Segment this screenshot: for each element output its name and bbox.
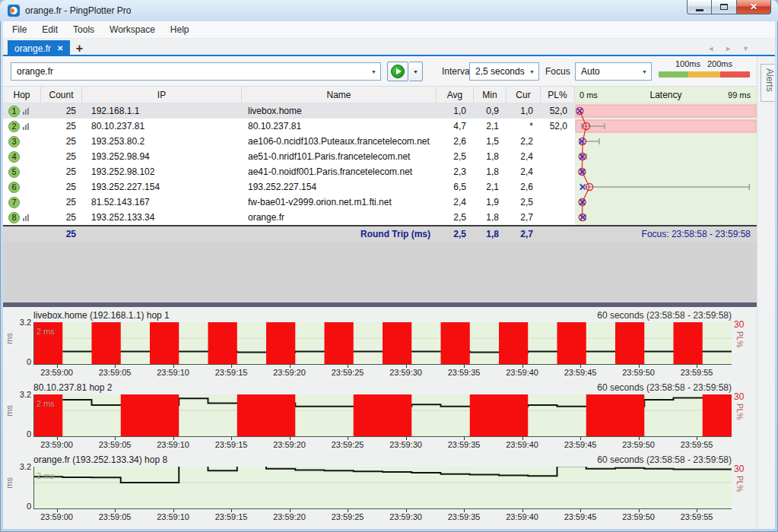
avg-cell: 2,5 xyxy=(437,149,474,164)
interval-label: Interval xyxy=(442,66,472,77)
count-cell: 25 xyxy=(41,134,82,149)
hop-number-badge: 1 xyxy=(8,106,20,117)
toolbar: ▼ ▼ Interval 2,5 seconds ▼ Focus Auto ▼ xyxy=(3,56,757,87)
ip-cell: 193.252.98.94 xyxy=(82,149,242,164)
ip-cell: 193.252.98.102 xyxy=(82,164,242,179)
start-trace-button[interactable] xyxy=(387,62,408,81)
y-axis-min: 0 xyxy=(11,357,31,366)
x-tick-label: 23:59:40 xyxy=(500,512,545,521)
tab-list-icon[interactable]: ▼ xyxy=(742,45,749,52)
tab-scroll-right-icon[interactable]: ► xyxy=(725,45,732,52)
avg-cell: 4,7 xyxy=(437,119,474,134)
cur-cell: 2,4 xyxy=(506,164,541,179)
cur-cell: 2,7 xyxy=(506,210,541,225)
avg-cell: 2,6 xyxy=(437,134,474,149)
table-body: 125192.168.1.1livebox.home1,00,91,052,02… xyxy=(3,103,757,226)
minimize-button[interactable] xyxy=(687,0,712,14)
cur-cell: 2,5 xyxy=(506,195,541,210)
packet-loss-cell xyxy=(541,149,575,164)
cur-cell: 2,4 xyxy=(506,149,541,164)
alerts-panel-tab[interactable]: Alerts xyxy=(761,64,775,102)
x-tick-label: 23:59:35 xyxy=(442,368,486,377)
graph-plot[interactable] xyxy=(33,467,732,509)
summary-count: 25 xyxy=(41,229,82,239)
count-cell: 25 xyxy=(41,119,82,134)
avg-cell: 6,5 xyxy=(437,179,474,195)
menu-help[interactable]: Help xyxy=(163,21,197,39)
name-cell: livebox.home xyxy=(242,103,437,119)
name-cell: ae106-0.ncidf103.Puteaux.francetelecom.n… xyxy=(242,134,437,149)
target-input[interactable] xyxy=(11,63,367,80)
pl-axis-max: 30 xyxy=(734,391,744,402)
x-tick-label: 23:59:25 xyxy=(325,440,370,449)
maximize-button[interactable] xyxy=(712,0,737,14)
packet-loss-cell xyxy=(541,195,575,210)
tab-scroll-left-icon[interactable]: ◄ xyxy=(707,45,714,52)
timeline-graph-hop-2: 80.10.237.81 hop 260 seconds (23:58:58 -… xyxy=(3,382,757,452)
timeline-graphs: livebox.home (192.168.1.1) hop 160 secon… xyxy=(3,307,757,529)
hop-number-badge: 5 xyxy=(8,166,20,178)
timeline-graph-hop-1: livebox.home (192.168.1.1) hop 160 secon… xyxy=(3,310,757,380)
y-axis-max: 3.2 xyxy=(11,390,31,399)
name-cell: orange.fr xyxy=(242,210,437,225)
x-tick-label: 23:59:50 xyxy=(617,440,661,449)
graph-title: livebox.home (192.168.1.1) hop 1 xyxy=(33,310,170,321)
avg-cell: 2,3 xyxy=(437,164,474,179)
x-tick-label: 23:59:05 xyxy=(93,440,137,449)
graph-plot[interactable] xyxy=(33,322,732,365)
maximize-icon xyxy=(720,4,728,10)
title-bar[interactable]: orange.fr - PingPlotter Pro ✕ xyxy=(0,0,778,21)
hop-number-badge: 3 xyxy=(8,136,20,147)
y-axis-max: 3.2 xyxy=(11,462,31,471)
x-tick-label: 23:59:25 xyxy=(325,512,370,521)
interval-select[interactable]: 2,5 seconds ▼ xyxy=(469,62,539,81)
pl-axis-max: 30 xyxy=(734,319,744,330)
focus-value: Auto xyxy=(576,63,638,80)
x-tick-label: 23:59:50 xyxy=(617,368,661,377)
hop-cell: 7 xyxy=(3,195,41,210)
tab-orange-fr[interactable]: orange.fr ✕ xyxy=(8,40,70,56)
graph-range-label: 60 seconds (23:58:58 - 23:59:58) xyxy=(597,310,732,321)
legend-segment-0 xyxy=(659,71,688,78)
name-cell: 193.252.227.154 xyxy=(242,179,437,195)
graph-range-label: 60 seconds (23:58:58 - 23:59:58) xyxy=(597,382,732,393)
gridline-label: 2 ms xyxy=(37,327,55,336)
latency-axis-min: 0 ms xyxy=(580,90,598,100)
x-tick-label: 23:59:55 xyxy=(675,512,719,521)
menu-tools[interactable]: Tools xyxy=(65,21,102,39)
header-cur: Cur xyxy=(506,87,541,103)
x-tick-label: 23:59:35 xyxy=(442,440,486,449)
hop-cell: 1 xyxy=(3,103,41,119)
focus-select[interactable]: Auto ▼ xyxy=(575,62,652,81)
x-tick-label: 23:59:00 xyxy=(35,440,79,449)
target-dropdown-icon[interactable]: ▼ xyxy=(367,63,380,80)
legend-color-bar xyxy=(659,71,750,78)
play-icon xyxy=(391,65,405,78)
menu-edit[interactable]: Edit xyxy=(34,21,65,39)
min-cell: 1,9 xyxy=(474,195,506,210)
new-tab-button[interactable]: + xyxy=(70,40,88,56)
cur-cell: * xyxy=(506,119,541,134)
header-count: Count xyxy=(41,87,82,103)
side-rail: Alerts xyxy=(757,56,775,529)
focus-range-text: Focus: 23:58:58 - 23:59:58 xyxy=(575,229,757,239)
menu-workspace[interactable]: Workspace xyxy=(102,21,163,39)
x-tick-label: 23:59:45 xyxy=(558,512,602,521)
graph-shown-icon xyxy=(23,123,29,130)
x-tick-label: 23:59:20 xyxy=(268,440,312,449)
target-combobox[interactable]: ▼ xyxy=(11,62,381,81)
close-button[interactable]: ✕ xyxy=(737,0,771,14)
header-min: Min xyxy=(474,87,506,103)
x-tick-label: 23:59:15 xyxy=(209,368,253,377)
tab-close-icon[interactable]: ✕ xyxy=(57,44,63,52)
min-cell: 0,9 xyxy=(474,103,506,119)
min-cell: 2,1 xyxy=(474,179,506,195)
y-axis-unit: ms xyxy=(5,405,14,416)
hop-cell: 4 xyxy=(3,149,41,164)
graph-plot[interactable] xyxy=(33,394,732,437)
interval-value: 2,5 seconds xyxy=(470,63,526,80)
menu-file[interactable]: File xyxy=(3,21,34,39)
min-cell: 1,8 xyxy=(474,210,506,225)
x-tick-label: 23:59:15 xyxy=(209,512,253,521)
start-options-dropdown[interactable]: ▼ xyxy=(409,62,423,81)
